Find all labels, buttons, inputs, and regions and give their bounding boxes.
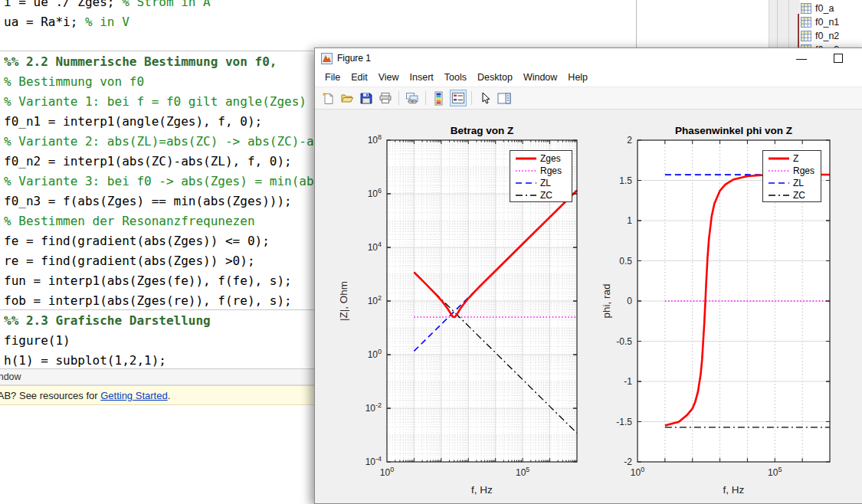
legend-entry-zl: ZL bbox=[515, 177, 572, 189]
figure-menubar: FileEditViewInsertToolsDesktopWindowHelp bbox=[315, 68, 862, 87]
legend-entry-zl: ZL bbox=[768, 177, 821, 189]
code-line: i = ue ./ Zges; % Strom in A bbox=[4, 0, 388, 12]
toolbar-separator bbox=[398, 91, 399, 105]
workspace-edge-accent bbox=[798, 14, 799, 47]
legend-line-sample bbox=[768, 167, 790, 175]
menu-view[interactable]: View bbox=[373, 72, 405, 83]
plot-tools-icon[interactable] bbox=[496, 90, 513, 106]
svg-text:105: 105 bbox=[768, 466, 782, 478]
svg-text:102: 102 bbox=[368, 294, 382, 306]
legend-line-sample bbox=[515, 155, 537, 162]
banner-text: New to MATLAB? See resources for bbox=[0, 390, 100, 401]
svg-text:104: 104 bbox=[368, 241, 382, 253]
svg-text:Betrag von Z: Betrag von Z bbox=[451, 125, 514, 136]
svg-text:0: 0 bbox=[627, 296, 632, 306]
legend-line-sample bbox=[768, 191, 790, 199]
svg-text:105: 105 bbox=[516, 466, 529, 478]
matrix-variable-icon bbox=[801, 3, 811, 14]
legend-entry-zc: ZC bbox=[768, 189, 821, 201]
code-line: ua = Ra*i; % in V bbox=[4, 12, 388, 32]
legend-label: ZL bbox=[540, 178, 551, 188]
workspace-variable[interactable]: f0_n2 bbox=[801, 29, 862, 43]
svg-text:f, Hz: f, Hz bbox=[723, 484, 745, 496]
insert-legend-icon[interactable] bbox=[450, 90, 467, 106]
svg-text:106: 106 bbox=[368, 187, 382, 199]
figure-titlebar[interactable]: Figure 1 — bbox=[315, 48, 862, 68]
svg-text:-1: -1 bbox=[624, 376, 632, 387]
command-window-header[interactable]: Command Window bbox=[0, 368, 316, 385]
figure-window-title: Figure 1 bbox=[337, 53, 371, 64]
workspace-variable-name: f0_n2 bbox=[815, 31, 839, 41]
menu-desktop[interactable]: Desktop bbox=[472, 72, 518, 83]
svg-text:-2: -2 bbox=[624, 457, 632, 467]
matrix-variable-icon bbox=[801, 31, 811, 41]
svg-text:10-4: 10-4 bbox=[365, 455, 382, 467]
legend-betrag-von-z[interactable]: ZgesRgesZLZC bbox=[510, 150, 572, 202]
legend-label: Z bbox=[793, 153, 798, 164]
getting-started-link[interactable]: Getting Started bbox=[100, 390, 167, 401]
legend-entry-rges: Rges bbox=[768, 165, 821, 177]
svg-text:1: 1 bbox=[627, 215, 632, 226]
print-figure-icon[interactable] bbox=[377, 90, 394, 106]
legend-label: Rges bbox=[540, 165, 562, 176]
svg-text:|Z|, Ohm: |Z|, Ohm bbox=[338, 281, 349, 321]
legend-line-sample bbox=[515, 167, 537, 175]
legend-label: ZC bbox=[540, 190, 552, 201]
insert-colorbar-icon[interactable] bbox=[431, 90, 447, 106]
legend-line-sample bbox=[768, 155, 790, 162]
menu-tools[interactable]: Tools bbox=[439, 72, 472, 83]
svg-text:108: 108 bbox=[368, 133, 382, 146]
svg-text:100: 100 bbox=[368, 348, 382, 360]
banner-period: . bbox=[168, 390, 171, 401]
workspace-variable-name: f0_a bbox=[815, 3, 834, 14]
svg-text:2: 2 bbox=[627, 135, 632, 146]
legend-label: ZC bbox=[793, 190, 805, 201]
svg-text:0.5: 0.5 bbox=[619, 256, 632, 267]
figure-canvas[interactable]: 10010510810610410210010-210-4Betrag von … bbox=[315, 110, 862, 503]
legend-label: Zges bbox=[540, 153, 561, 164]
svg-text:-1.5: -1.5 bbox=[616, 417, 632, 427]
legend-entry-z: Z bbox=[768, 152, 821, 165]
menu-window[interactable]: Window bbox=[518, 72, 562, 83]
save-figure-icon[interactable] bbox=[358, 90, 375, 106]
link-plot-icon[interactable] bbox=[404, 90, 421, 106]
svg-text:-0.5: -0.5 bbox=[616, 336, 632, 347]
legend-line-sample bbox=[768, 179, 790, 187]
matrix-variable-icon bbox=[801, 17, 811, 28]
command-window-title: Command Window bbox=[0, 371, 21, 382]
menu-edit[interactable]: Edit bbox=[346, 72, 373, 83]
edit-plot-arrow-icon[interactable] bbox=[477, 90, 493, 106]
splitter-ridge bbox=[777, 0, 778, 47]
workspace-variable-name: f0_n1 bbox=[815, 17, 839, 28]
minimize-button[interactable]: — bbox=[788, 48, 814, 68]
new-figure-icon[interactable] bbox=[320, 90, 336, 106]
legend-label: Rges bbox=[793, 165, 814, 176]
maximize-button[interactable] bbox=[825, 48, 851, 68]
svg-text:10-2: 10-2 bbox=[365, 401, 382, 414]
workspace-variable[interactable]: f0_a bbox=[801, 2, 862, 15]
workspace-variable[interactable]: f0_n1 bbox=[801, 15, 862, 29]
svg-text:f, Hz: f, Hz bbox=[471, 484, 493, 496]
svg-text:phi, rad: phi, rad bbox=[601, 283, 612, 318]
legend-entry-zc: ZC bbox=[515, 189, 572, 201]
splitter-ridge bbox=[788, 0, 789, 47]
legend-entry-rges: Rges bbox=[515, 165, 572, 177]
toolbar-separator bbox=[425, 91, 426, 105]
svg-text:Phasenwinkel phi von Z: Phasenwinkel phi von Z bbox=[675, 125, 792, 136]
open-file-icon[interactable] bbox=[339, 90, 356, 106]
scrollbar-gutter[interactable] bbox=[769, 0, 800, 47]
legend-entry-zges: Zges bbox=[515, 152, 572, 165]
menu-file[interactable]: File bbox=[320, 72, 346, 83]
legend-line-sample bbox=[515, 179, 537, 187]
figure-window: Figure 1 — FileEditViewInsertToolsDeskto… bbox=[314, 47, 862, 504]
matlab-figure-icon bbox=[321, 53, 333, 64]
toolbar-separator bbox=[471, 91, 472, 105]
legend-line-sample bbox=[515, 191, 537, 199]
legend-phasenwinkel-phi-von-z[interactable]: ZRgesZLZC bbox=[762, 150, 821, 202]
figure-toolbar bbox=[315, 87, 862, 110]
legend-label: ZL bbox=[793, 178, 804, 188]
svg-text:100: 100 bbox=[631, 466, 644, 478]
menu-help[interactable]: Help bbox=[562, 72, 593, 83]
menu-insert[interactable]: Insert bbox=[405, 72, 439, 83]
svg-text:1.5: 1.5 bbox=[619, 175, 632, 186]
